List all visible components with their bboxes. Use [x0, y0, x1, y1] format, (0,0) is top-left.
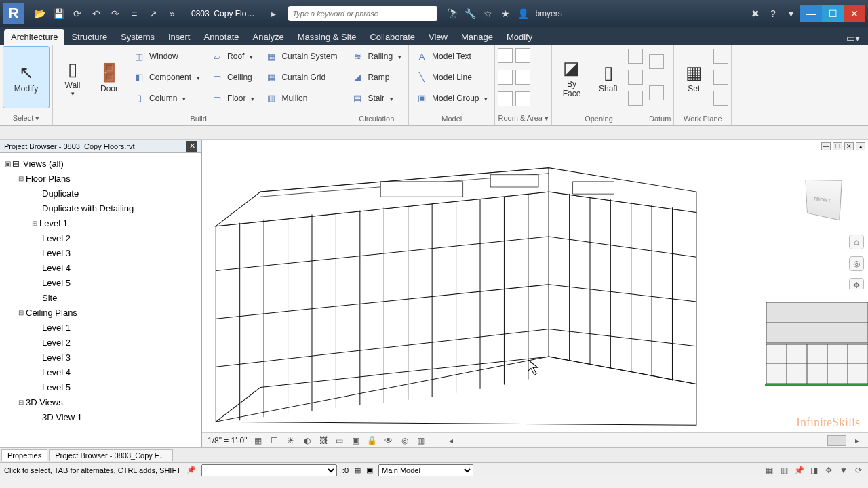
status-select-1[interactable]: [201, 464, 337, 476]
visual-style-icon[interactable]: ☐: [269, 435, 280, 446]
ramp-button[interactable]: ◢Ramp: [347, 70, 406, 85]
help-search[interactable]: [288, 6, 437, 21]
drawing-viewport[interactable]: — ☐ ✕ ▴ FRONT ⌂ ◎ ✥ 🔍 ⟲: [202, 140, 868, 447]
model-group-button[interactable]: ▣Model Group: [412, 91, 492, 106]
tree-item[interactable]: Level 1: [42, 323, 71, 333]
vertical-opening-button[interactable]: [628, 70, 643, 85]
tree-item[interactable]: Duplicate with Detailing: [42, 203, 134, 214]
workset-select[interactable]: Main Model: [378, 464, 473, 476]
select-pinned-toggle[interactable]: 📌: [793, 465, 804, 476]
tree-item[interactable]: Level 5: [42, 278, 71, 288]
scroll-left-icon[interactable]: ◂: [446, 435, 456, 446]
tree-floor-plans[interactable]: Floor Plans: [26, 174, 71, 184]
align-icon[interactable]: ≡: [126, 5, 142, 22]
tree-item[interactable]: Site: [42, 293, 57, 303]
tab-view[interactable]: View: [422, 29, 454, 45]
tree-item[interactable]: Level 3: [42, 248, 71, 258]
tab-massing-site[interactable]: Massing & Site: [291, 29, 363, 45]
reveal-hidden-icon[interactable]: ◎: [399, 435, 410, 446]
open-icon[interactable]: 📂: [31, 5, 47, 22]
tree-item[interactable]: Level 3: [42, 352, 71, 363]
set-workplane-button[interactable]: ▦ Set: [677, 46, 711, 108]
measure-icon[interactable]: ↗: [145, 5, 161, 22]
ceiling-button[interactable]: ▭Ceiling: [207, 70, 258, 85]
ref-plane-button[interactable]: [713, 70, 728, 85]
shadows-icon[interactable]: ◐: [302, 435, 313, 446]
tag-area-button[interactable]: [515, 92, 530, 106]
help-dropdown-icon[interactable]: ▾: [783, 5, 799, 22]
tab-systems[interactable]: Systems: [114, 29, 161, 45]
favorite-icon[interactable]: ★: [497, 5, 513, 22]
wall-button[interactable]: ▯ Wall ▾: [56, 46, 90, 108]
elevation-thumbnail[interactable]: [760, 289, 868, 397]
project-browser-tree[interactable]: ▣⊞Views (all) ⊟Floor Plans Duplicate Dup…: [0, 153, 201, 447]
curtain-grid-button[interactable]: ▦Curtain Grid: [261, 70, 341, 85]
more-qat-icon[interactable]: »: [164, 5, 180, 22]
select-underlay-toggle[interactable]: ▥: [778, 465, 789, 476]
tree-3d-views[interactable]: 3D Views: [26, 397, 63, 407]
column-button[interactable]: ▯Column: [129, 91, 204, 106]
properties-tab[interactable]: Properties: [1, 449, 47, 461]
star-icon[interactable]: ☆: [479, 5, 496, 22]
sync-icon[interactable]: ⟳: [69, 5, 85, 22]
model-text-button[interactable]: AModel Text: [412, 49, 492, 64]
railing-button[interactable]: ≋Railing: [347, 49, 406, 64]
tab-collaborate[interactable]: Collaborate: [363, 29, 422, 45]
workplane-viewer-button[interactable]: [713, 91, 728, 106]
area-boundary-button[interactable]: [515, 70, 530, 85]
stair-button[interactable]: ▤Stair: [347, 91, 406, 106]
tab-analyze[interactable]: Analyze: [246, 29, 291, 45]
room-button[interactable]: [498, 48, 513, 63]
door-button[interactable]: 🚪 Door: [92, 46, 126, 108]
tab-modify[interactable]: Modify: [500, 29, 539, 45]
modify-button[interactable]: ↖ Modify: [3, 46, 50, 108]
tree-item[interactable]: Level 5: [42, 382, 71, 392]
rendering-icon[interactable]: 🖼: [318, 435, 329, 446]
tree-root[interactable]: Views (all): [23, 159, 64, 169]
wall-opening-button[interactable]: [628, 49, 643, 64]
grid-button[interactable]: [649, 85, 664, 100]
shaft-button[interactable]: ▯ Shaft: [591, 46, 625, 108]
detail-level-icon[interactable]: ▦: [253, 435, 264, 446]
close-button[interactable]: ✕: [844, 5, 865, 22]
mullion-button[interactable]: ▥Mullion: [261, 91, 341, 106]
model-line-button[interactable]: ╲Model Line: [412, 70, 492, 85]
temp-hide-icon[interactable]: 👁: [383, 435, 394, 446]
worksharing-display-icon[interactable]: ▥: [416, 435, 427, 446]
select-panel-label[interactable]: Select ▾: [3, 113, 50, 124]
tree-ceiling-plans[interactable]: Ceiling Plans: [26, 308, 77, 318]
tab-insert[interactable]: Insert: [161, 29, 197, 45]
editable-only-icon[interactable]: ▦: [354, 466, 361, 474]
worksets-icon[interactable]: ▣: [366, 466, 373, 474]
maximize-button[interactable]: ☐: [822, 5, 844, 22]
recent-docs-icon[interactable]: ▸: [265, 5, 281, 22]
app-menu-button[interactable]: R: [3, 3, 24, 24]
undo-icon[interactable]: ↶: [88, 5, 104, 22]
by-face-button[interactable]: ◪ By Face: [555, 46, 589, 108]
key-icon[interactable]: 🔧: [462, 5, 478, 22]
dormer-button[interactable]: [628, 91, 643, 106]
tab-architecture[interactable]: Architecture: [4, 29, 64, 45]
tree-item[interactable]: 3D View 1: [42, 412, 82, 422]
redo-icon[interactable]: ↷: [107, 5, 123, 22]
floor-button[interactable]: ▭Floor: [207, 91, 258, 106]
show-workplane-button[interactable]: [713, 49, 728, 64]
background-process-icon[interactable]: ⟳: [853, 465, 864, 476]
tree-item[interactable]: Duplicate: [42, 188, 79, 199]
component-button[interactable]: ◧Component: [129, 70, 204, 85]
roof-button[interactable]: ▱Roof: [207, 49, 258, 64]
ribbon-minimize-toggle[interactable]: ▭▾: [842, 31, 864, 45]
tree-item[interactable]: Level 1: [39, 218, 68, 228]
crop-view-icon[interactable]: ▭: [334, 435, 345, 446]
tree-item[interactable]: Level 2: [42, 233, 71, 243]
drag-elements-toggle[interactable]: ✥: [823, 465, 834, 476]
search-input[interactable]: [292, 9, 433, 18]
area-button[interactable]: [515, 48, 530, 63]
tree-item[interactable]: Level 4: [42, 367, 71, 378]
crop-region-icon[interactable]: ▣: [351, 435, 361, 446]
status-pin-icon[interactable]: 📌: [186, 466, 196, 474]
tag-room-button[interactable]: [498, 92, 513, 106]
filter-icon[interactable]: ▼: [838, 465, 849, 476]
scroll-right-icon[interactable]: ▸: [852, 435, 863, 446]
select-links-toggle[interactable]: ▦: [764, 465, 774, 476]
